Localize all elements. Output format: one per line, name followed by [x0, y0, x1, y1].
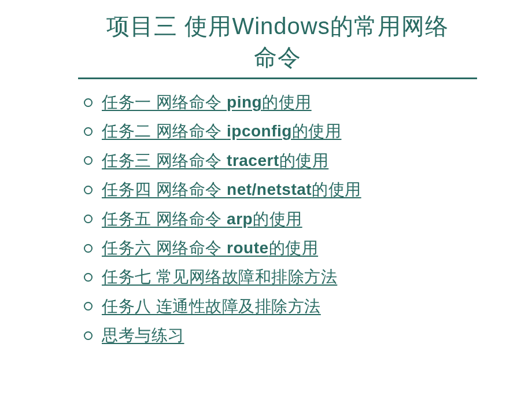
link-bold: arp: [227, 210, 253, 228]
slide: 项目三 使用Windows的常用网络命令 任务一 网络命令 ping的使用 任务…: [0, 10, 532, 399]
task-link-3[interactable]: 任务三 网络命令 tracert的使用: [102, 150, 328, 171]
task-link-6[interactable]: 任务六 网络命令 route的使用: [102, 238, 318, 258]
bullet-icon: [84, 244, 93, 253]
link-prefix: 任务三 网络命令: [102, 152, 227, 169]
task-link-9[interactable]: 思考与练习: [102, 325, 184, 346]
bullet-icon: [84, 98, 93, 107]
list-item: 任务七 常见网络故障和排除方法: [84, 267, 532, 287]
bullet-icon: [84, 215, 93, 223]
link-prefix: 思考与练习: [102, 326, 184, 344]
task-link-7[interactable]: 任务七 常见网络故障和排除方法: [102, 267, 337, 287]
bullet-icon: [84, 331, 93, 340]
title-block: 项目三 使用Windows的常用网络命令: [78, 10, 477, 79]
link-prefix: 任务八 连通性故障及排除方法: [102, 297, 321, 315]
task-link-5[interactable]: 任务五 网络命令 arp的使用: [102, 209, 302, 230]
link-prefix: 任务四 网络命令: [102, 180, 227, 198]
list-item: 思考与练习: [84, 325, 532, 346]
link-suffix: 的使用: [269, 239, 319, 257]
link-suffix: 的使用: [279, 152, 329, 169]
task-link-8[interactable]: 任务八 连通性故障及排除方法: [102, 296, 321, 317]
link-prefix: 任务六 网络命令: [102, 239, 227, 257]
link-suffix: 的使用: [312, 180, 361, 198]
task-link-2[interactable]: 任务二 网络命令 ipconfig的使用: [102, 121, 341, 142]
link-prefix: 任务五 网络命令: [102, 210, 227, 228]
task-link-4[interactable]: 任务四 网络命令 net/netstat的使用: [102, 179, 361, 200]
task-list: 任务一 网络命令 ping的使用 任务二 网络命令 ipconfig的使用 任务…: [84, 92, 532, 346]
list-item: 任务二 网络命令 ipconfig的使用: [84, 121, 532, 142]
bullet-icon: [84, 302, 93, 311]
list-item: 任务六 网络命令 route的使用: [84, 238, 532, 258]
list-item: 任务三 网络命令 tracert的使用: [84, 150, 532, 171]
link-prefix: 任务七 常见网络故障和排除方法: [102, 268, 337, 286]
link-suffix: 的使用: [292, 122, 342, 140]
list-item: 任务四 网络命令 net/netstat的使用: [84, 179, 532, 200]
link-bold: ping: [227, 93, 262, 111]
bullet-icon: [84, 273, 93, 282]
link-suffix: 的使用: [262, 93, 312, 111]
bullet-icon: [84, 156, 93, 165]
list-item: 任务八 连通性故障及排除方法: [84, 296, 532, 317]
link-bold: ipconfig: [227, 122, 292, 140]
link-suffix: 的使用: [253, 210, 302, 228]
slide-title: 项目三 使用Windows的常用网络命令: [95, 10, 460, 73]
link-prefix: 任务二 网络命令: [102, 122, 227, 140]
link-bold: net/netstat: [227, 180, 312, 198]
link-bold: tracert: [227, 152, 279, 169]
bullet-icon: [84, 186, 93, 194]
bullet-icon: [84, 127, 93, 136]
link-prefix: 任务一 网络命令: [102, 93, 227, 111]
task-link-1[interactable]: 任务一 网络命令 ping的使用: [102, 92, 312, 113]
link-bold: route: [227, 239, 269, 257]
list-item: 任务一 网络命令 ping的使用: [84, 92, 532, 113]
content-area: 任务一 网络命令 ping的使用 任务二 网络命令 ipconfig的使用 任务…: [0, 79, 532, 346]
list-item: 任务五 网络命令 arp的使用: [84, 209, 532, 230]
